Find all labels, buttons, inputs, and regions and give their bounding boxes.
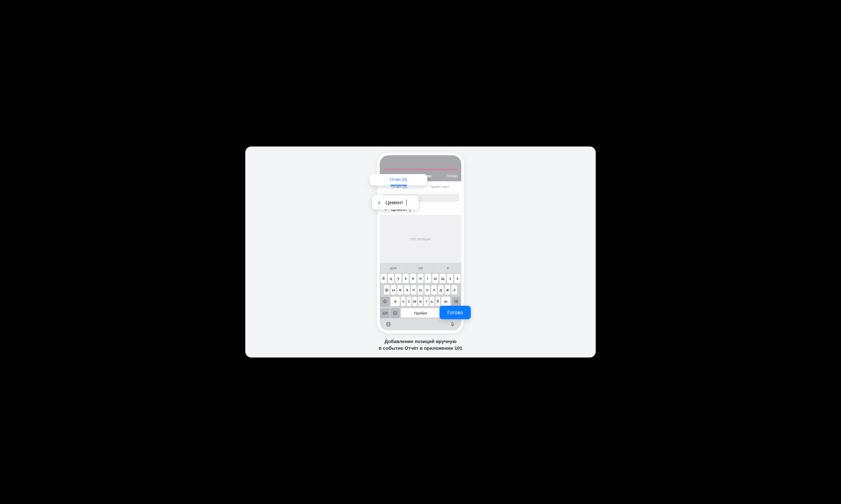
key-а[interactable]: а [404,285,410,295]
key-ч[interactable]: ч [401,297,406,306]
done-button[interactable]: Готово [446,174,458,178]
keyboard-row-1: йцукенгшщзх [380,274,461,283]
callout-tab-report: Отчёт (0) [370,174,427,185]
key-л[interactable]: л [431,285,437,295]
tab-pricelist[interactable]: Прайс-лист [430,184,450,189]
key-р[interactable]: р [418,285,423,295]
key-с[interactable]: с [407,297,411,306]
mic-icon[interactable] [450,322,455,327]
callout-done-button[interactable]: Готово [440,306,471,319]
key-ф[interactable]: ф [384,285,390,295]
empty-state: Нет позиций [380,215,461,263]
backspace-key[interactable] [451,297,461,306]
key-й[interactable]: й [380,274,387,283]
text-cursor [406,199,407,205]
globe-icon[interactable] [386,322,391,327]
callout-tab-label: Отчёт (0) [390,178,407,182]
numbers-key[interactable]: 123 [380,308,390,318]
shift-icon [383,299,387,304]
key-у[interactable]: у [395,274,401,283]
key-д[interactable]: д [438,285,444,295]
key-ь[interactable]: ь [430,297,434,306]
backspace-icon [454,299,458,304]
keyboard-row-3: ячсмитьбю [380,297,461,306]
key-о[interactable]: о [425,285,430,295]
key-г[interactable]: г [425,274,431,283]
svg-point-4 [393,311,397,315]
key-я[interactable]: я [391,297,400,306]
suggestion[interactable]: на [407,266,434,270]
keyboard-toolbar [380,318,461,330]
callout-add-text: Цемент [385,200,403,205]
key-к[interactable]: к [403,274,409,283]
key-з[interactable]: з [447,274,453,283]
key-ю[interactable]: ю [441,297,450,306]
svg-point-6 [396,312,396,313]
key-б[interactable]: б [435,297,440,306]
emoji-icon [393,311,397,315]
caption: Добавление позиций вручную в событие Отч… [379,338,463,352]
emoji-key[interactable] [391,308,400,318]
key-щ[interactable]: щ [440,274,446,283]
key-ж[interactable]: ж [445,285,450,295]
empty-label: Нет позиций [411,237,431,241]
key-м[interactable]: м [412,297,417,306]
space-key[interactable]: Пробел [401,308,440,318]
key-ы[interactable]: ы [391,285,396,295]
plus-icon: ＋ [376,199,382,206]
keyboard-row-2: фывапролджэ [380,285,461,295]
key-э[interactable]: э [451,285,457,295]
caption-line-2: в событие Отчёт в приложении 101 [379,345,463,352]
key-ц[interactable]: ц [388,274,394,283]
caption-line-1: Добавление позиций вручную [379,338,463,345]
illustration-canvas: Отменить Позиции Готово Отчёт (0) Прайс-… [245,146,596,358]
key-х[interactable]: х [454,274,461,283]
callout-done-label: Готово [448,310,463,316]
key-е[interactable]: е [410,274,416,283]
shift-key[interactable] [380,297,390,306]
suggestion[interactable]: в [434,266,461,270]
key-п[interactable]: п [411,285,416,295]
key-и[interactable]: и [418,297,423,306]
callout-add-item: ＋ Цемент [372,196,418,210]
svg-point-5 [394,312,395,313]
status-bar [380,155,461,170]
keyboard-suggestions: для на в [380,263,461,273]
key-ш[interactable]: ш [432,274,439,283]
key-н[interactable]: н [417,274,424,283]
svg-rect-10 [452,322,453,325]
key-т[interactable]: т [424,297,429,306]
suggestion[interactable]: для [380,266,407,270]
key-в[interactable]: в [397,285,403,295]
